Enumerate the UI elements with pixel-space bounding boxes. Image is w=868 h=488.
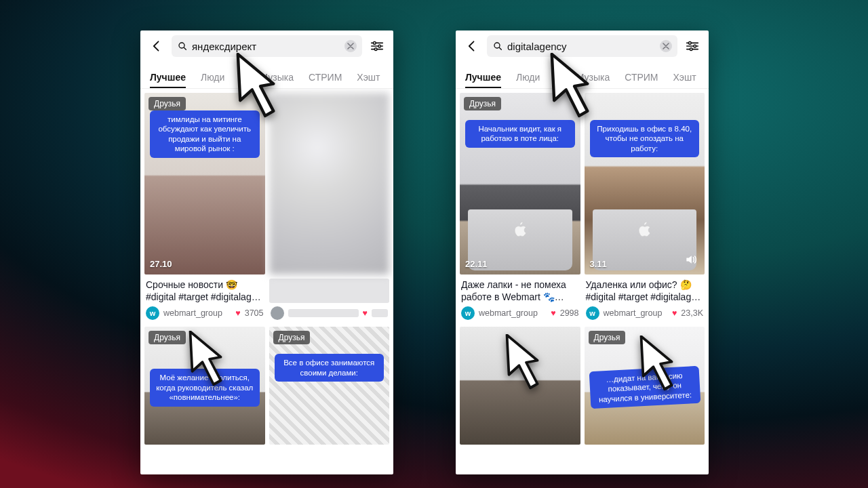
video-meta: w webmart_group ♥ 3705 — [144, 303, 265, 327]
clear-search-button[interactable] — [344, 40, 357, 52]
username[interactable]: webmart_group — [163, 308, 231, 318]
svg-point-3 — [374, 48, 377, 51]
svg-point-0 — [179, 43, 184, 48]
tab-best[interactable]: Лучшее — [150, 72, 186, 88]
filter-button[interactable] — [683, 37, 702, 56]
likes-count: 3705 — [245, 308, 264, 318]
friends-badge: Друзья — [464, 97, 501, 110]
video-card[interactable]: Друзья тимлиды на митинге обсуждают как … — [144, 93, 265, 327]
video-caption: Срочные новости 🤓 #digital #target #digi… — [144, 279, 265, 303]
annotation-arrow — [636, 336, 677, 393]
avatar[interactable] — [271, 306, 284, 320]
search-text: digitalagency — [507, 41, 656, 52]
video-card[interactable]: Приходишь в офис в 8.40, чтобы не опозда… — [585, 93, 705, 327]
username[interactable]: webmart_group — [604, 308, 668, 318]
video-caption-blurred — [269, 279, 390, 303]
feed[interactable]: Друзья Начальник видит, как я работаю в … — [456, 89, 709, 474]
video-date: 22.11 — [465, 259, 488, 269]
close-icon — [347, 43, 354, 49]
video-date: 3.11 — [590, 259, 607, 269]
laptop-prop — [593, 209, 697, 270]
friends-badge: Друзья — [149, 97, 186, 110]
video-meta: ♥ — [269, 303, 390, 327]
username-blurred — [288, 309, 359, 317]
apple-logo-icon — [512, 220, 528, 239]
svg-point-5 — [689, 42, 692, 45]
annotation-arrow — [232, 53, 279, 121]
video-card[interactable]: Друзья Все в офисе занимаются своими дел… — [269, 327, 390, 445]
annotation-arrow — [185, 331, 226, 388]
search-text: яндексдирект — [192, 41, 340, 52]
filter-icon — [370, 39, 384, 54]
search-icon — [492, 41, 503, 52]
video-card[interactable]: Друзья Начальник видит, как я работаю в … — [460, 93, 580, 327]
video-card[interactable]: ♥ — [269, 93, 390, 327]
video-thumbnail[interactable]: Приходишь в офис в 8.40, чтобы не опозда… — [585, 93, 705, 274]
svg-point-6 — [694, 45, 696, 47]
back-icon — [465, 39, 479, 53]
friends-badge: Друзья — [589, 331, 626, 344]
overlay-caption: Приходишь в офис в 8.40, чтобы не опозда… — [590, 120, 700, 157]
avatar[interactable]: w — [461, 306, 475, 320]
close-icon — [663, 43, 669, 49]
friends-badge: Друзья — [149, 331, 186, 344]
heart-icon: ♥ — [672, 308, 677, 318]
heart-icon: ♥ — [363, 308, 368, 318]
tab-stream[interactable]: СТРИМ — [625, 72, 658, 88]
back-icon — [150, 39, 163, 53]
video-meta: w webmart_group ♥ 2998 — [460, 303, 580, 327]
likes-blurred — [372, 309, 388, 317]
video-thumbnail[interactable] — [269, 93, 390, 274]
back-button[interactable] — [462, 37, 481, 56]
svg-point-2 — [378, 45, 381, 47]
tab-best[interactable]: Лучшее — [465, 72, 501, 88]
tab-hashtag[interactable]: Хэшт — [673, 72, 696, 88]
back-button[interactable] — [147, 37, 166, 56]
svg-point-1 — [374, 42, 376, 45]
tab-people[interactable]: Люди — [516, 72, 540, 88]
apple-logo-icon — [636, 220, 652, 239]
likes-count: 2998 — [560, 308, 579, 318]
overlay-caption: Начальник видит, как я работаю в поте ли… — [465, 120, 575, 148]
annotation-arrow — [502, 334, 542, 392]
video-thumbnail[interactable]: Друзья Все в офисе занимаются своими дел… — [269, 327, 390, 445]
avatar[interactable]: w — [586, 306, 599, 320]
username[interactable]: webmart_group — [479, 308, 547, 318]
video-caption: Даже лапки - не помеха работе в Webmart … — [460, 279, 580, 303]
video-caption: Удаленка или офис? 🤔 #digital #target #d… — [585, 279, 705, 303]
video-meta: w webmart_group ♥ 23,3K — [585, 303, 705, 327]
tab-hashtag[interactable]: Хэшт — [357, 72, 380, 88]
sound-icon[interactable] — [684, 253, 698, 269]
likes-count: 23,3K — [681, 308, 703, 318]
svg-point-7 — [690, 48, 692, 51]
svg-point-4 — [494, 43, 500, 48]
tab-stream[interactable]: СТРИМ — [309, 72, 342, 88]
feed[interactable]: Друзья тимлиды на митинге обсуждают как … — [140, 89, 393, 474]
video-date: 27.10 — [150, 259, 172, 269]
annotation-arrow — [546, 53, 593, 121]
search-icon — [177, 41, 188, 52]
avatar[interactable]: w — [146, 306, 159, 320]
tab-people[interactable]: Люди — [201, 72, 224, 88]
heart-icon: ♥ — [235, 308, 240, 318]
heart-icon: ♥ — [551, 308, 555, 318]
friends-badge: Друзья — [273, 331, 311, 344]
filter-icon — [685, 39, 700, 54]
clear-search-button[interactable] — [660, 40, 672, 52]
overlay-caption: Все в офисе занимаются своими делами: — [275, 354, 384, 382]
filter-button[interactable] — [368, 37, 387, 56]
